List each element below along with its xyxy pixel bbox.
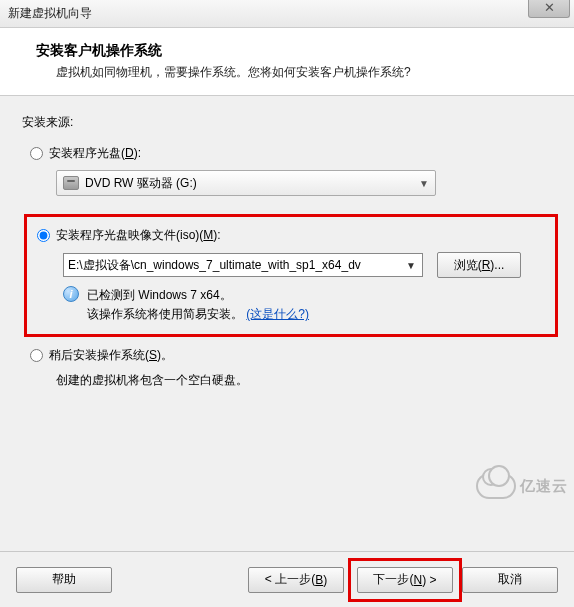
wizard-subtitle: 虚拟机如同物理机，需要操作系统。您将如何安装客户机操作系统? bbox=[56, 64, 550, 81]
iso-path-row: E:\虚拟设备\cn_windows_7_ultimate_with_sp1_x… bbox=[63, 252, 545, 278]
option-iso-label[interactable]: 安装程序光盘映像文件(iso)(M): bbox=[56, 227, 221, 244]
info-icon: i bbox=[63, 286, 79, 302]
option-disc-label[interactable]: 安装程序光盘(D): bbox=[49, 145, 141, 162]
wizard-body: 安装来源: 安装程序光盘(D): DVD RW 驱动器 (G:) ▼ 安装程序光… bbox=[0, 96, 574, 399]
next-button-highlight: 下一步(N) > bbox=[348, 558, 462, 602]
chevron-down-icon: ▼ bbox=[419, 178, 429, 189]
cancel-button[interactable]: 取消 bbox=[462, 567, 558, 593]
option-iso-row: 安装程序光盘映像文件(iso)(M): bbox=[37, 227, 545, 244]
next-button[interactable]: 下一步(N) > bbox=[357, 567, 453, 593]
browse-button[interactable]: 浏览(R)... bbox=[437, 252, 521, 278]
detected-os-info: i 已检测到 Windows 7 x64。 该操作系统将使用简易安装。 (这是什… bbox=[63, 286, 545, 324]
close-icon: ✕ bbox=[544, 0, 555, 15]
option-iso-radio[interactable] bbox=[37, 229, 50, 242]
drive-combobox-text: DVD RW 驱动器 (G:) bbox=[85, 175, 413, 192]
option-later-label[interactable]: 稍后安装操作系统(S)。 bbox=[49, 347, 173, 364]
iso-path-text: E:\虚拟设备\cn_windows_7_ultimate_with_sp1_x… bbox=[68, 257, 404, 274]
detected-os-text: 已检测到 Windows 7 x64。 该操作系统将使用简易安装。 (这是什么?… bbox=[87, 286, 309, 324]
install-source-options: 安装程序光盘(D): DVD RW 驱动器 (G:) ▼ 安装程序光盘映像文件(… bbox=[30, 145, 552, 389]
watermark: 亿速云 bbox=[476, 473, 568, 499]
titlebar: 新建虚拟机向导 ✕ bbox=[0, 0, 574, 28]
install-source-label: 安装来源: bbox=[22, 114, 552, 131]
window-title: 新建虚拟机向导 bbox=[8, 5, 92, 22]
iso-path-combobox[interactable]: E:\虚拟设备\cn_windows_7_ultimate_with_sp1_x… bbox=[63, 253, 423, 277]
window-close-button[interactable]: ✕ bbox=[528, 0, 570, 18]
option-later-desc: 创建的虚拟机将包含一个空白硬盘。 bbox=[56, 372, 552, 389]
cloud-icon bbox=[476, 473, 516, 499]
drive-combobox[interactable]: DVD RW 驱动器 (G:) ▼ bbox=[56, 170, 436, 196]
chevron-down-icon[interactable]: ▼ bbox=[404, 260, 418, 271]
easy-install-help-link[interactable]: (这是什么?) bbox=[246, 307, 309, 321]
option-disc-radio[interactable] bbox=[30, 147, 43, 160]
option-disc-row: 安装程序光盘(D): bbox=[30, 145, 552, 162]
dvd-drive-icon bbox=[63, 176, 79, 190]
back-button[interactable]: < 上一步(B) bbox=[248, 567, 344, 593]
wizard-header: 安装客户机操作系统 虚拟机如同物理机，需要操作系统。您将如何安装客户机操作系统? bbox=[0, 28, 574, 96]
option-later-row: 稍后安装操作系统(S)。 bbox=[30, 347, 552, 364]
wizard-heading: 安装客户机操作系统 bbox=[36, 42, 550, 60]
wizard-footer: 帮助 < 上一步(B) 下一步(N) > 取消 bbox=[0, 551, 574, 607]
watermark-text: 亿速云 bbox=[520, 477, 568, 496]
help-button[interactable]: 帮助 bbox=[16, 567, 112, 593]
option-iso-highlight: 安装程序光盘映像文件(iso)(M): E:\虚拟设备\cn_windows_7… bbox=[24, 214, 558, 337]
option-later-radio[interactable] bbox=[30, 349, 43, 362]
